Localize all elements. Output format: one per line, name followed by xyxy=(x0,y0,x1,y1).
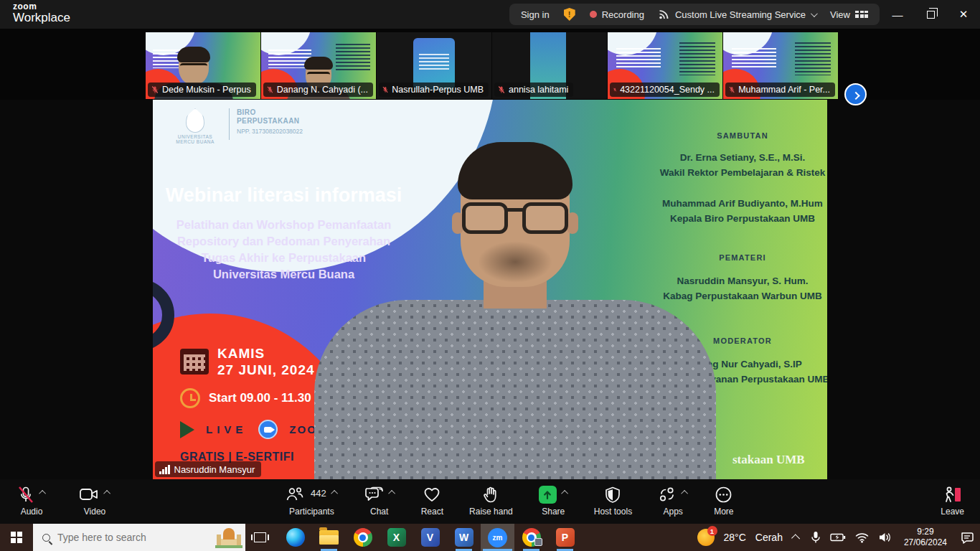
heart-icon xyxy=(423,486,441,503)
video-button[interactable]: Video xyxy=(79,486,110,517)
participant-name-badge: annisa lahitami xyxy=(494,83,573,97)
tray-mic-icon[interactable] xyxy=(811,531,821,544)
section-header: SAMBUTAN xyxy=(635,131,827,140)
word-icon: W xyxy=(455,528,473,547)
audio-options-chevron[interactable] xyxy=(39,490,46,497)
view-grid-icon xyxy=(855,11,868,18)
more-button[interactable]: More xyxy=(714,486,733,517)
weather-temperature[interactable]: 28°C xyxy=(724,532,746,543)
next-page-button[interactable] xyxy=(844,83,867,105)
participant-thumbnail[interactable]: 43221120054_Sendy ... xyxy=(608,32,722,99)
host-tools-button[interactable]: Host tools xyxy=(594,486,632,517)
close-button[interactable]: ✕ xyxy=(947,0,980,29)
taskbar-zoom[interactable]: zm xyxy=(481,524,514,551)
taskbar-file-explorer[interactable] xyxy=(312,524,346,551)
calendar-icon xyxy=(180,349,209,375)
excel-icon: X xyxy=(387,528,406,547)
participants-options-chevron[interactable] xyxy=(331,490,338,497)
poster-watermark: stakaan UMB xyxy=(732,453,805,467)
weather-icon[interactable]: 1 xyxy=(697,529,715,546)
brand-zoom: zoom xyxy=(13,2,70,11)
search-input[interactable] xyxy=(57,532,194,543)
volume-icon[interactable] xyxy=(878,532,892,543)
minimize-button[interactable]: — xyxy=(881,0,914,29)
chat-button[interactable]: Chat xyxy=(364,486,395,517)
leave-button[interactable]: Leave xyxy=(941,486,964,517)
encryption-shield-icon[interactable]: ! xyxy=(564,8,575,21)
recording-indicator[interactable]: Recording xyxy=(590,9,644,20)
more-ellipsis-icon xyxy=(715,486,732,504)
taskbar-search[interactable] xyxy=(33,524,245,551)
share-options-chevron[interactable] xyxy=(561,490,568,497)
play-icon xyxy=(180,421,194,438)
edge-icon xyxy=(286,528,305,547)
participant-name-badge: 43221120054_Sendy ... xyxy=(610,83,720,97)
streaming-label: Custom Live Streaming Service xyxy=(675,9,806,20)
participant-filmstrip: Dede Muksin - Perpus Danang N. Cahyadi (… xyxy=(0,29,980,100)
taskbar-excel[interactable]: X xyxy=(380,524,413,551)
chrome-icon xyxy=(354,528,372,547)
search-icon xyxy=(42,534,50,542)
weather-condition[interactable]: Cerah xyxy=(755,532,783,543)
view-button[interactable]: View xyxy=(830,9,868,20)
meeting-toolbar: Audio Video 442 xyxy=(0,479,980,524)
battery-charging-icon[interactable] xyxy=(830,532,846,542)
muted-mic-icon xyxy=(266,85,274,94)
participant-thumbnail[interactable]: Muhammad Arif - Per... xyxy=(723,32,838,99)
video-options-chevron[interactable] xyxy=(103,490,110,497)
active-speaker-video: UNIVERSITAS MERCU BUANA BIRO PERPUSTAKAA… xyxy=(153,100,827,479)
taskbar-chrome[interactable] xyxy=(346,524,380,551)
apps-button[interactable]: Apps xyxy=(658,486,688,517)
tray-date: 27/06/2024 xyxy=(904,537,947,548)
participants-icon xyxy=(286,486,304,503)
participant-thumbnail[interactable]: Danang N. Cahyadi (... xyxy=(261,32,376,99)
share-screen-button[interactable]: Share xyxy=(539,486,568,517)
task-view-icon xyxy=(254,532,266,542)
participant-name-badge: Nasrullah-Perpus UMB xyxy=(379,83,489,97)
live-label: LIVE xyxy=(206,423,247,435)
restore-icon xyxy=(927,11,935,19)
participant-thumbnail[interactable]: annisa lahitami xyxy=(492,32,607,99)
poster-text-lines xyxy=(732,48,776,70)
participants-button[interactable]: 442 Participants xyxy=(286,486,338,517)
participant-name-badge: Muhammad Arif - Per... xyxy=(725,83,835,97)
view-label: View xyxy=(830,9,850,20)
wifi-icon[interactable] xyxy=(855,532,869,543)
apps-options-chevron[interactable] xyxy=(681,490,688,497)
audio-button[interactable]: Audio xyxy=(17,486,46,517)
live-streaming-menu[interactable]: Custom Live Streaming Service xyxy=(659,9,816,20)
university-name: UNIVERSITAS MERCU BUANA xyxy=(169,134,222,144)
powerpoint-icon: P xyxy=(556,528,575,547)
zoom-platform-icon xyxy=(258,420,278,439)
muted-mic-icon xyxy=(497,85,506,94)
start-button[interactable] xyxy=(0,524,33,551)
recording-dot-icon xyxy=(590,11,597,18)
muted-mic-icon xyxy=(728,85,735,94)
chat-options-chevron[interactable] xyxy=(388,490,395,497)
leave-door-icon xyxy=(943,486,963,504)
chevron-down-icon xyxy=(811,10,818,17)
react-button[interactable]: React xyxy=(421,486,443,517)
taskbar-chrome-2[interactable] xyxy=(514,524,548,551)
active-speaker-name-badge: Nasruddin Mansyur xyxy=(155,461,261,477)
taskbar-visio[interactable]: V xyxy=(413,524,447,551)
participant-thumbnail[interactable]: Dede Muksin - Perpus xyxy=(146,32,260,99)
meeting-status-bar: Sign in ! Recording Custom Live Streamin… xyxy=(509,4,880,25)
tray-time: 9:29 xyxy=(904,527,947,537)
muted-mic-icon xyxy=(151,85,159,94)
task-view-button[interactable] xyxy=(245,524,274,551)
search-highlight-illustration[interactable] xyxy=(215,527,242,548)
taskbar-edge[interactable] xyxy=(278,524,312,551)
action-center-icon[interactable] xyxy=(961,532,974,544)
taskbar-word[interactable]: W xyxy=(447,524,481,551)
hidden-icons-chevron[interactable] xyxy=(791,534,800,542)
restore-button[interactable] xyxy=(914,0,947,29)
participant-name-badge: Dede Muksin - Perpus xyxy=(148,83,256,97)
logo-divider xyxy=(229,108,230,140)
taskbar-powerpoint[interactable]: P xyxy=(548,524,582,551)
taskbar-clock[interactable]: 9:29 27/06/2024 xyxy=(904,527,947,548)
participant-thumbnail[interactable]: Nasrullah-Perpus UMB xyxy=(377,32,491,99)
sign-in-button[interactable]: Sign in xyxy=(521,9,550,20)
raise-hand-button[interactable]: Raise hand xyxy=(469,486,513,517)
connection-bars-icon xyxy=(159,465,170,474)
